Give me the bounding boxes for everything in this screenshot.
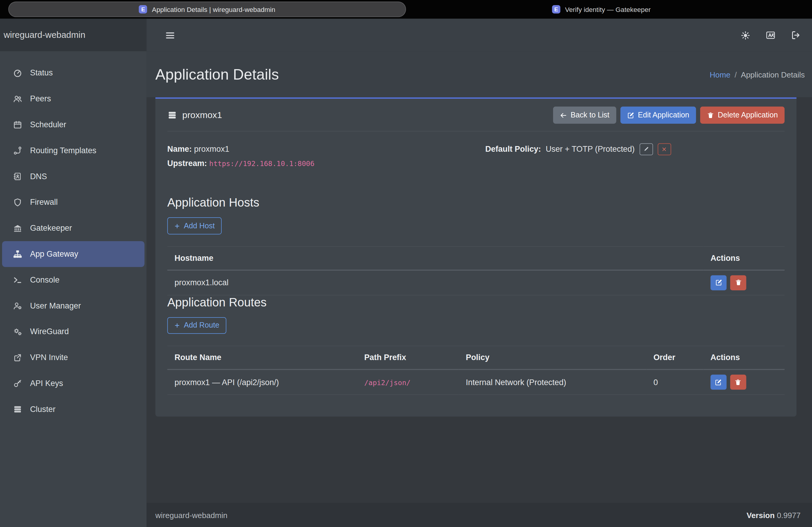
- sidebar-item-user-manager[interactable]: User Manager: [2, 293, 144, 319]
- gears-icon: [12, 327, 23, 336]
- page-title: Application Details: [156, 66, 279, 83]
- edit-icon: [715, 279, 722, 286]
- language-button[interactable]: [766, 30, 776, 41]
- sidebar-item-label: User Manager: [30, 301, 81, 310]
- button-label: Add Host: [184, 222, 215, 230]
- sidebar-item-wireguard[interactable]: WireGuard: [2, 319, 144, 345]
- sidebar-item-label: API Keys: [30, 379, 63, 388]
- order-column-header: Order: [646, 346, 703, 370]
- top-navbar: [146, 18, 812, 51]
- sidebar: wireguard-webadmin Status Peers Schedule…: [0, 18, 146, 527]
- route-name-column-header: Route Name: [168, 346, 357, 370]
- server-icon: [12, 405, 23, 414]
- edit-icon: [715, 379, 722, 386]
- hosts-table-header-row: Hostname Actions: [168, 246, 785, 270]
- card-actions: Back to List Edit Application Delete App…: [553, 107, 785, 124]
- footer-brand: wireguard-webadmin: [156, 511, 228, 520]
- delete-host-button[interactable]: [730, 275, 746, 290]
- routes-section-heading: Application Routes: [168, 296, 785, 310]
- footer-version: Version 0.9977: [747, 511, 801, 520]
- path-prefix-column-header: Path Prefix: [357, 346, 459, 370]
- policy-column-header: Policy: [459, 346, 646, 370]
- sidebar-item-label: DNS: [30, 172, 47, 181]
- delete-application-button[interactable]: Delete Application: [700, 107, 785, 124]
- hosts-section-heading: Application Hosts: [168, 196, 785, 210]
- sidebar-item-routing-templates[interactable]: Routing Templates: [2, 138, 144, 164]
- plus-icon: [174, 322, 180, 329]
- sidebar-item-api-keys[interactable]: API Keys: [2, 371, 144, 396]
- button-label: Edit Application: [638, 111, 689, 120]
- route-name-cell: proxmox1 — API (/api2/json/): [168, 370, 357, 395]
- add-host-button[interactable]: Add Host: [168, 217, 222, 234]
- edit-policy-button[interactable]: [639, 144, 653, 155]
- sidebar-item-scheduler[interactable]: Scheduler: [2, 112, 144, 138]
- sidebar-item-app-gateway[interactable]: App Gateway: [2, 241, 144, 267]
- version-label: Version: [747, 511, 775, 520]
- back-to-list-button[interactable]: Back to List: [553, 107, 616, 124]
- browser-tab-active[interactable]: E Application Details | wireguard-webadm…: [8, 1, 406, 17]
- page-content: proxmox1 Back to List Edit Application D…: [146, 97, 812, 503]
- terminal-icon: [12, 275, 23, 285]
- users-icon: [12, 94, 23, 103]
- sidebar-item-label: App Gateway: [30, 250, 78, 259]
- edit-route-button[interactable]: [710, 375, 726, 390]
- address-book-icon: [12, 172, 23, 181]
- application-info-left: Name: proxmox1 Upstream: https://192.168…: [168, 142, 476, 171]
- menu-toggle-button[interactable]: [165, 30, 175, 41]
- share-icon: [12, 353, 23, 362]
- user-gear-icon: [12, 301, 23, 310]
- application-name-heading: proxmox1: [168, 110, 222, 120]
- breadcrumb-home-link[interactable]: Home: [710, 70, 730, 79]
- sitemap-icon: [12, 250, 23, 259]
- trash-icon: [735, 379, 742, 386]
- sidebar-item-label: Status: [30, 68, 53, 77]
- theme-toggle-button[interactable]: [740, 30, 750, 40]
- footer: wireguard-webadmin Version 0.9977: [146, 503, 812, 527]
- breadcrumb-separator: /: [735, 70, 737, 79]
- sidebar-item-label: Gatekeeper: [30, 224, 72, 233]
- app-brand: wireguard-webadmin: [0, 18, 146, 51]
- bank-icon: [12, 224, 23, 233]
- tab-title: Verify identity — Gatekeeper: [565, 5, 651, 13]
- sidebar-item-console[interactable]: Console: [2, 267, 144, 293]
- site-favicon: E: [552, 5, 561, 13]
- sidebar-item-firewall[interactable]: Firewall: [2, 189, 144, 215]
- policy-cell: Internal Network (Protected): [459, 370, 646, 395]
- main-area: Application Details Home / Application D…: [146, 18, 812, 527]
- edit-host-button[interactable]: [711, 275, 727, 290]
- sidebar-item-dns[interactable]: DNS: [2, 164, 144, 190]
- edit-application-button[interactable]: Edit Application: [620, 107, 696, 124]
- upstream-label: Upstream:: [168, 159, 207, 168]
- sidebar-nav: Status Peers Scheduler Routing Templates…: [0, 51, 146, 422]
- logout-button[interactable]: [791, 30, 801, 41]
- pencil-icon: [643, 146, 649, 152]
- delete-route-button[interactable]: [730, 375, 746, 390]
- sidebar-item-peers[interactable]: Peers: [2, 86, 144, 112]
- plus-icon: [174, 223, 180, 229]
- default-policy: Default Policy: User + TOTP (Protected): [476, 142, 785, 156]
- shield-icon: [12, 198, 23, 207]
- add-route-button[interactable]: Add Route: [168, 317, 226, 334]
- clear-policy-button[interactable]: [657, 144, 671, 155]
- close-icon: [661, 146, 667, 152]
- path-prefix-cell: /api2/json/: [357, 370, 459, 395]
- application-name: proxmox1: [182, 110, 222, 120]
- name-value: proxmox1: [194, 145, 229, 153]
- actions-cell: [703, 270, 785, 295]
- name-label: Name:: [168, 145, 192, 153]
- default-policy-label: Default Policy:: [485, 145, 541, 154]
- sidebar-item-label: Cluster: [30, 405, 56, 414]
- application-details-card: proxmox1 Back to List Edit Application D…: [156, 97, 797, 417]
- card-header: proxmox1 Back to List Edit Application D…: [168, 99, 785, 132]
- sidebar-item-status[interactable]: Status: [2, 60, 144, 86]
- route-icon: [12, 146, 23, 155]
- card-body: Name: proxmox1 Upstream: https://192.168…: [168, 132, 785, 395]
- key-icon: [12, 379, 23, 388]
- sidebar-item-cluster[interactable]: Cluster: [2, 396, 144, 422]
- sidebar-item-vpn-invite[interactable]: VPN Invite: [2, 345, 144, 371]
- browser-tab-background[interactable]: E Verify identity — Gatekeeper: [552, 0, 651, 18]
- edit-icon: [627, 111, 634, 119]
- arrow-left-icon: [560, 111, 567, 119]
- sidebar-item-gatekeeper[interactable]: Gatekeeper: [2, 215, 144, 241]
- sidebar-item-label: Routing Templates: [30, 146, 96, 155]
